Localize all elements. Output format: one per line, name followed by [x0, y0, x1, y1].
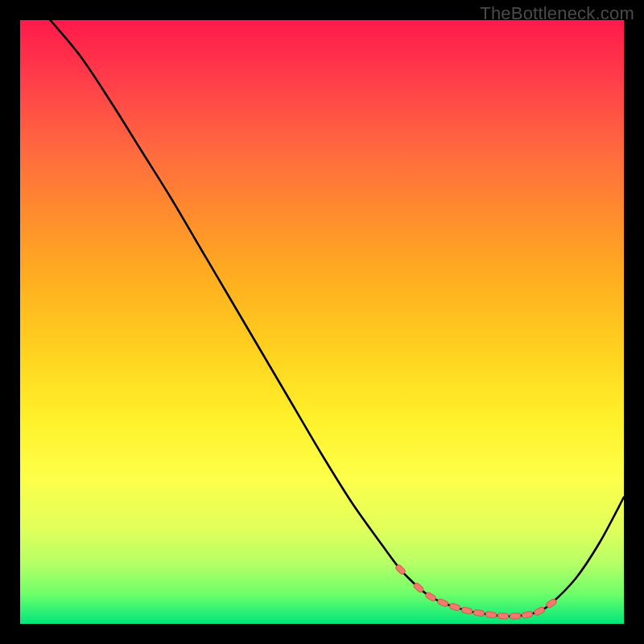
highlight-dot [473, 609, 485, 617]
highlight-dot [510, 613, 520, 619]
highlight-dot [449, 603, 461, 612]
curve-layer [20, 20, 624, 624]
bottleneck-curve [51, 20, 625, 616]
highlight-dot [534, 606, 546, 616]
highlight-dot [461, 607, 473, 615]
highlight-dot [394, 564, 406, 575]
chart-frame: TheBottleneck.com [0, 0, 644, 644]
highlight-dot [497, 613, 508, 619]
highlight-dot [413, 582, 424, 593]
watermark-text: TheBottleneck.com [480, 3, 634, 24]
plot-area [20, 20, 624, 624]
highlight-dot [425, 592, 437, 602]
highlight-dot [522, 611, 533, 618]
highlight-dot [546, 598, 558, 609]
highlight-dot [485, 611, 497, 618]
highlight-dots [394, 564, 557, 619]
highlight-dot [437, 598, 449, 608]
